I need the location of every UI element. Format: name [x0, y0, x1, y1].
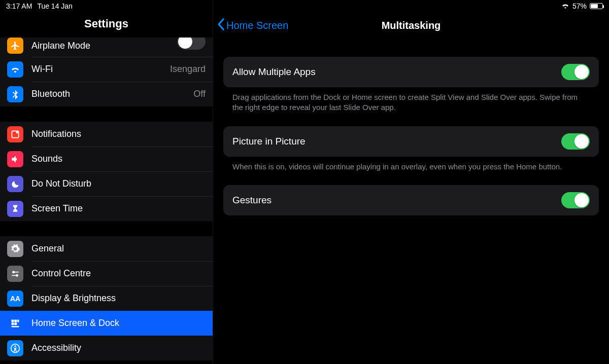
svg-point-1	[16, 131, 19, 133]
svg-rect-3	[15, 271, 18, 272]
bluetooth-icon	[7, 86, 23, 102]
sliders-icon	[7, 266, 23, 282]
accessibility-label: Accessibility	[31, 343, 206, 353]
airplane-label: Airplane Mode	[31, 41, 177, 51]
svg-point-2	[12, 271, 15, 273]
home-label: Home Screen & Dock	[31, 318, 206, 329]
sidebar-item-airplane[interactable]: Airplane Mode	[0, 38, 213, 57]
sounds-icon	[7, 151, 23, 167]
sidebar-group-alerts: Notifications Sounds Do Not Disturb	[0, 122, 213, 221]
gestures-label: Gestures	[232, 195, 272, 206]
svg-rect-6	[12, 319, 14, 322]
sidebar-item-home-screen[interactable]: Home Screen & Dock	[0, 311, 213, 336]
airplane-icon	[7, 38, 23, 54]
allow-multiple-apps-toggle[interactable]	[561, 64, 590, 80]
detail-header: Home Screen Multitasking	[213, 14, 609, 37]
grid-icon	[7, 315, 23, 332]
sidebar-item-bluetooth[interactable]: Bluetooth Off	[0, 82, 213, 106]
sidebar-item-notifications[interactable]: Notifications	[0, 122, 213, 147]
back-button[interactable]: Home Screen	[213, 18, 288, 33]
hourglass-icon	[7, 201, 23, 217]
back-label: Home Screen	[226, 20, 288, 31]
battery-fill	[591, 4, 598, 8]
svg-point-4	[16, 274, 18, 276]
sidebar-item-screentime[interactable]: Screen Time	[0, 196, 213, 221]
setting-picture-in-picture[interactable]: Picture in Picture	[223, 126, 599, 157]
text-size-icon: AA	[7, 290, 23, 307]
accessibility-icon	[7, 340, 23, 356]
sidebar-item-dnd[interactable]: Do Not Disturb	[0, 171, 213, 196]
display-label: Display & Brightness	[31, 293, 206, 304]
wifi-icon	[561, 2, 569, 10]
general-label: General	[31, 243, 206, 254]
detail-pane: Home Screen Multitasking Allow Multiple …	[213, 0, 609, 364]
bluetooth-value: Off	[193, 89, 206, 99]
status-date: Tue 14 Jan	[37, 2, 73, 10]
sidebar-group-connectivity: Airplane Mode Wi-Fi Isengard Bluetooth O…	[0, 38, 213, 106]
sidebar-item-display[interactable]: AA Display & Brightness	[0, 286, 213, 311]
svg-rect-9	[12, 322, 14, 325]
svg-rect-5	[12, 275, 15, 276]
sidebar-item-control-centre[interactable]: Control Centre	[0, 261, 213, 286]
notifications-label: Notifications	[31, 129, 206, 139]
svg-rect-10	[14, 322, 17, 325]
sidebar-item-wifi[interactable]: Wi-Fi Isengard	[0, 57, 213, 82]
svg-point-13	[14, 345, 16, 347]
battery-percent: 57%	[572, 2, 587, 10]
dnd-label: Do Not Disturb	[31, 178, 206, 189]
airplane-toggle[interactable]	[177, 38, 206, 50]
battery-icon	[590, 3, 603, 9]
screentime-label: Screen Time	[31, 203, 206, 214]
sidebar-item-general[interactable]: General	[0, 236, 213, 261]
pip-toggle[interactable]	[561, 133, 590, 150]
pip-desc: When this is on, videos will continue pl…	[223, 157, 599, 172]
wifi-settings-icon	[7, 61, 23, 78]
chevron-left-icon	[216, 18, 225, 33]
status-time: 3:17 AM	[6, 2, 32, 10]
svg-rect-11	[12, 326, 19, 327]
sidebar-item-sounds[interactable]: Sounds	[0, 147, 213, 171]
bluetooth-label: Bluetooth	[31, 89, 193, 99]
gestures-toggle[interactable]	[561, 192, 590, 208]
svg-rect-8	[17, 319, 19, 322]
setting-gestures[interactable]: Gestures	[223, 185, 599, 215]
sounds-label: Sounds	[31, 154, 206, 164]
setting-allow-multiple-apps[interactable]: Allow Multiple Apps	[223, 57, 599, 87]
sidebar-group-general: General Control Centre AA Display & Brig…	[0, 236, 213, 360]
wifi-label: Wi-Fi	[31, 64, 170, 75]
allow-multiple-apps-label: Allow Multiple Apps	[232, 66, 316, 78]
control-label: Control Centre	[31, 268, 206, 279]
status-bar: 3:17 AM Tue 14 Jan 57%	[0, 0, 609, 12]
settings-sidebar: Settings Airplane Mode Wi-Fi Isengard	[0, 0, 213, 364]
sidebar-item-accessibility[interactable]: Accessibility	[0, 336, 213, 360]
gear-icon	[7, 241, 23, 257]
svg-rect-7	[14, 319, 17, 322]
pip-label: Picture in Picture	[232, 136, 306, 147]
moon-icon	[7, 176, 23, 192]
notifications-icon	[7, 126, 23, 142]
allow-multiple-apps-desc: Drag applications from the Dock or Home …	[223, 87, 599, 113]
wifi-value: Isengard	[170, 64, 206, 75]
